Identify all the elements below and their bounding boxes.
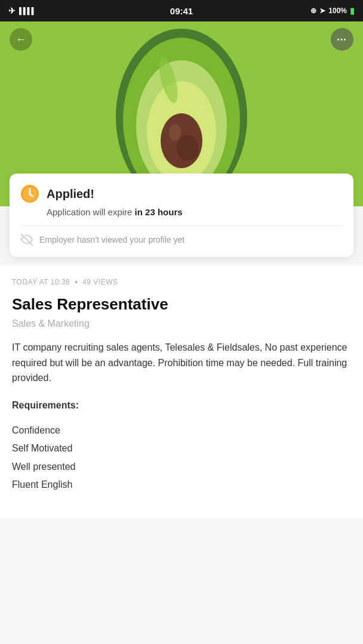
svg-point-6 (177, 135, 198, 161)
status-left: ✈ ▌▌▌▌ (8, 6, 35, 16)
airplane-icon: ✈ (8, 6, 16, 16)
eye-slash-icon (20, 233, 33, 246)
requirements-heading: Requirements: (12, 400, 351, 411)
back-icon: ← (16, 34, 26, 45)
svg-point-5 (169, 124, 181, 141)
requirement-item: Confidence (12, 422, 351, 439)
applied-title: Applied! (47, 187, 94, 201)
job-description: IT company recruiting sales agents, Tele… (12, 340, 351, 386)
location-icon: ⊕ (310, 7, 316, 15)
nav-icon: ➤ (319, 7, 325, 15)
requirement-item: Fluent English (12, 476, 351, 494)
back-button[interactable]: ← (10, 28, 32, 51)
requirement-item: Self Motivated (12, 439, 351, 457)
more-button[interactable]: ••• (331, 28, 353, 51)
more-icon: ••• (337, 36, 347, 43)
clock-icon (20, 184, 39, 203)
status-time: 09:41 (170, 6, 193, 16)
job-category: Sales & Marketing (12, 318, 351, 329)
status-bar: ✈ ▌▌▌▌ 09:41 ⊕ ➤ 100% ▮ (0, 0, 363, 21)
applied-subtitle: Application will expire in 23 hours (47, 207, 343, 217)
viewed-row: Employer hasn't viewed your profile yet (20, 225, 343, 246)
battery-percent: 100% (328, 7, 347, 15)
applied-subtitle-prefix: Application will expire (47, 207, 135, 217)
meta-dot: • (75, 277, 78, 287)
requirement-item: Well presented (12, 458, 351, 476)
job-title: Sales Representative (12, 295, 351, 314)
hero-nav: ← ••• (0, 21, 363, 57)
battery-icon: ▮ (350, 6, 355, 16)
meta-row: TODAY AT 10:38 • 49 VIEWS (12, 277, 351, 287)
signal-icon: ▌▌▌▌ (19, 7, 35, 14)
status-right: ⊕ ➤ 100% ▮ (310, 6, 355, 16)
viewed-text: Employer hasn't viewed your profile yet (39, 235, 184, 244)
job-content: TODAY AT 10:38 • 49 VIEWS Sales Represen… (0, 265, 363, 518)
applied-header: Applied! (20, 184, 343, 203)
applied-card: Applied! Application will expire in 23 h… (10, 174, 353, 257)
applied-subtitle-bold: in 23 hours (135, 207, 183, 217)
meta-views: 49 VIEWS (82, 278, 118, 286)
requirements-list: ConfidenceSelf MotivatedWell presentedFl… (12, 422, 351, 494)
meta-date: TODAY AT 10:38 (12, 278, 70, 286)
svg-point-12 (29, 193, 31, 195)
